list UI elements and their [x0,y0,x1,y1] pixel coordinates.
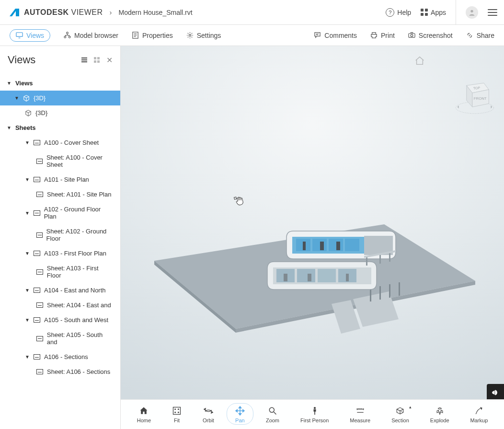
svg-text:FRONT: FRONT [474,96,487,101]
menu-icon[interactable] [488,9,497,16]
tree-sheet-child-label: Sheet: A104 - East and [47,301,111,309]
svg-marker-53 [236,409,237,412]
tool-markup[interactable]: Markup [470,406,488,423]
tool-markup-label: Markup [470,417,488,423]
tree-sheet-header[interactable]: ▼A104 - East and North [0,283,120,298]
tree-sheet-header[interactable]: ▼A100 - Cover Sheet [0,135,120,150]
tree-sheet-child-label: Sheet: A102 - Ground Floor [46,228,114,242]
tab-properties[interactable]: Properties [132,32,173,39]
caret-down-icon: ▼ [7,125,11,130]
sidebar-header: Views ✕ [0,46,120,74]
caret-down-icon: ▼ [14,95,19,101]
comments-button[interactable]: Comments [314,32,357,39]
help-button[interactable]: ? Help [386,8,411,17]
apps-label: Apps [431,9,446,16]
svg-point-2 [67,32,69,34]
svg-rect-22 [399,282,400,296]
tool-first-person-label: First Person [300,417,329,423]
tab-model-browser[interactable]: Model browser [64,32,118,39]
cube-icon [23,95,30,102]
tree-sheet-child[interactable]: Sheet: A105 - South and [0,327,120,349]
viewport-3d[interactable]: TOP FRONT [121,46,504,429]
tree-sheet-child[interactable]: Sheet: A106 - Sections [0,364,120,379]
section-views[interactable]: ▼ Views [0,76,120,91]
tool-measure[interactable]: Measure [350,406,370,423]
viewcube[interactable]: TOP FRONT [454,75,495,117]
tab-bar-left: Views Model browser Properties Settings [10,29,221,42]
svg-rect-30 [346,274,349,281]
tab-properties-label: Properties [142,32,173,39]
svg-rect-36 [345,239,359,251]
tree: ▼ Views ▼ {3D} {3D} ▼ Sheets ▼A100 - Cov… [0,74,120,389]
divider [456,0,456,25]
tree-view3d-child[interactable]: {3D} [0,105,120,120]
sheet-icon [36,232,43,238]
tree-sheet-header-label: A102 - Ground Floor Plan [44,206,114,220]
svg-rect-41 [379,255,381,264]
tree-sheet-header[interactable]: ▼A103 - First Floor Plan [0,246,120,261]
list-view-icon[interactable] [81,58,87,62]
tree-sheet-child[interactable]: Sheet: A102 - Ground Floor [0,224,120,246]
caret-down-icon: ▼ [25,251,30,256]
tree-sheet-child[interactable]: Sheet: A103 - First Floor [0,261,120,283]
tree-sheet-child-label: Sheet: A100 - Cover Sheet [46,154,114,168]
tree-sheet-header[interactable]: ▼A106 - Sections [0,349,120,364]
caret-down-icon: ▼ [25,177,30,182]
tree-sheet-header[interactable]: ▼A102 - Ground Floor Plan [0,202,120,224]
autodesk-logo-icon [9,7,20,18]
tool-fit[interactable]: Fit [172,406,182,423]
svg-rect-29 [308,274,311,281]
svg-marker-51 [239,406,241,407]
feedback-button[interactable] [487,384,504,401]
svg-text:TOP: TOP [473,86,481,90]
grid-view-icon[interactable] [94,57,100,63]
tool-home[interactable]: Home [137,406,151,423]
caret-down-icon: ▼ [25,317,30,323]
svg-rect-19 [370,288,371,301]
explode-icon [435,406,445,416]
close-icon[interactable]: ✕ [106,56,113,65]
print-button[interactable]: Print [370,32,395,39]
section-sheets[interactable]: ▼ Sheets [0,120,120,135]
svg-marker-10 [458,105,459,109]
tree-sheet-child[interactable]: Sheet: A104 - East and [0,298,120,313]
apps-button[interactable]: Apps [421,9,446,16]
tree-view3d-parent[interactable]: ▼ {3D} [0,91,120,105]
svg-rect-44 [173,407,181,414]
user-avatar[interactable] [466,6,478,19]
tab-views[interactable]: Views [10,29,50,42]
tool-measure-label: Measure [350,417,370,423]
measure-icon [355,406,365,416]
apps-icon [421,9,428,16]
home-view-icon[interactable] [414,56,425,68]
svg-rect-25 [297,269,315,282]
share-button[interactable]: Share [466,32,494,39]
tool-section[interactable]: ▴ Section [391,406,409,423]
tree-sheet-header-label: A100 - Cover Sheet [44,139,99,146]
caret-down-icon: ▼ [25,354,30,359]
tree-sheet-child[interactable]: Sheet: A100 - Cover Sheet [0,150,120,172]
tree-sheet-header-label: A106 - Sections [44,353,88,360]
tool-fit-label: Fit [174,417,180,423]
tool-zoom-label: Zoom [266,417,279,423]
cube-icon [25,110,32,116]
comment-icon [314,32,321,39]
tool-orbit[interactable]: Orbit [203,406,214,423]
tool-first-person[interactable]: First Person [300,406,329,423]
sheet-icon [36,159,43,164]
tree-sheet-header[interactable]: ▼A101 - Site Plan [0,172,120,187]
tab-model-browser-label: Model browser [74,32,118,39]
tool-explode[interactable]: Explode [430,406,449,423]
tree-sheet-child[interactable]: Sheet: A101 - Site Plan [0,187,120,202]
svg-point-6 [189,34,191,36]
zoom-icon [268,406,277,416]
sidebar-title: Views [8,54,35,66]
tool-zoom[interactable]: Zoom [266,406,279,423]
svg-rect-39 [336,242,340,250]
tree-sheet-header[interactable]: ▼A105 - South and West [0,313,120,327]
tab-settings[interactable]: Settings [186,32,221,39]
tool-pan[interactable]: Pan [235,406,245,423]
fit-icon [172,406,182,416]
screenshot-button[interactable]: Screenshot [408,32,453,39]
person-icon [310,406,320,416]
